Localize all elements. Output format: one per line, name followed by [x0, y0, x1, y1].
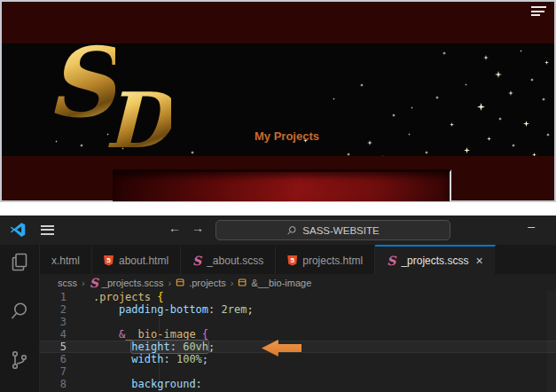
breadcrumb-item[interactable]: S_projects.scss: [90, 277, 164, 289]
breadcrumb-separator: ›: [82, 278, 85, 288]
token: ;: [247, 303, 253, 316]
star: [523, 121, 529, 127]
line-number[interactable]: 8: [40, 378, 67, 390]
token: 2rem: [222, 303, 247, 316]
minimize-button[interactable]: –: [528, 219, 535, 233]
token: width: [131, 353, 163, 365]
tab-label: _projects.scss: [401, 255, 468, 267]
star: [392, 114, 395, 117]
code-text: [67, 316, 93, 328]
code-text: padding-bottom: 2rem;: [67, 303, 254, 316]
highlighted-code: height: 60vh: [131, 341, 208, 353]
star: [450, 122, 454, 127]
star: [333, 98, 335, 100]
line-number[interactable]: 1: [40, 291, 67, 303]
line-number[interactable]: 2: [40, 303, 67, 316]
line-number[interactable]: 4: [40, 328, 67, 341]
editor-scrollbar[interactable]: [547, 291, 556, 392]
tab-x.html[interactable]: x.html: [40, 245, 92, 274]
star: [55, 140, 58, 143]
token: :: [208, 303, 221, 316]
sass-file-icon: S: [90, 277, 98, 289]
tab-label: _about.scss: [207, 255, 263, 267]
token: :: [196, 378, 202, 390]
token: background: [131, 378, 195, 390]
star: [520, 50, 522, 52]
token: .projects: [93, 291, 157, 303]
code-text: &__bio-image {: [67, 328, 208, 341]
site-header: [2, 2, 554, 43]
tab-_about.scss[interactable]: S_about.scss: [181, 245, 276, 274]
sass-file-icon: S: [387, 255, 395, 267]
star: [483, 55, 489, 60]
site-logo-letter-d[interactable]: D: [105, 82, 171, 156]
star: [425, 151, 428, 154]
breadcrumb: scss›S_projects.scss›.projects›&__bio-im…: [40, 274, 556, 291]
star: [360, 83, 364, 87]
token: height: [131, 341, 169, 353]
back-arrow-button[interactable]: ←: [168, 221, 181, 235]
star: [465, 83, 467, 86]
hamburger-menu-icon[interactable]: [531, 6, 546, 19]
vscode-window: ← → SASS-WEBSITE – x.html5about.htmlS_ab…: [0, 216, 556, 392]
tab-bar: x.html5about.htmlS_about.scss5projects.h…: [40, 245, 556, 274]
vscode-logo-icon: [10, 222, 26, 241]
close-tab-icon[interactable]: ×: [475, 254, 482, 268]
code-editor[interactable]: 1.projects {2 padding-bottom: 2rem;34 &_…: [40, 291, 556, 392]
sass-file-icon: S: [192, 255, 201, 267]
tab-label: projects.html: [302, 255, 363, 267]
line-number[interactable]: 6: [40, 353, 67, 365]
code-line: 3: [40, 316, 556, 328]
site-hero: S D My Projects: [2, 43, 554, 156]
star: [544, 60, 549, 65]
star: [464, 147, 470, 153]
source-control-icon[interactable]: [9, 349, 30, 374]
code-line: 4 &__bio-image {: [40, 328, 556, 341]
line-number[interactable]: 5: [40, 341, 67, 353]
breadcrumb-item[interactable]: &__bio-image: [238, 278, 311, 288]
bio-image-panel: [113, 169, 451, 201]
tab-projects.html[interactable]: 5projects.html: [276, 245, 375, 274]
vscode-titlebar: ← → SASS-WEBSITE –: [0, 216, 556, 245]
search-icon[interactable]: [9, 301, 30, 325]
tab-about.html[interactable]: 5about.html: [92, 245, 181, 274]
star: [530, 78, 534, 82]
token: padding-bottom: [119, 303, 208, 316]
star: [498, 117, 502, 121]
tab-_projects.scss[interactable]: S_projects.scss×: [375, 245, 495, 274]
star: [487, 137, 491, 141]
line-number[interactable]: 3: [40, 316, 67, 328]
token: :: [163, 353, 176, 365]
line-number[interactable]: 7: [40, 365, 67, 378]
menu-icon[interactable]: [41, 225, 54, 237]
command-center-search[interactable]: SASS-WEBSITE: [215, 220, 450, 240]
star: [191, 151, 194, 154]
breadcrumb-label: scss: [58, 278, 77, 288]
star: [546, 133, 550, 137]
star: [80, 144, 83, 147]
star: [477, 103, 485, 111]
tab-label: about.html: [119, 255, 168, 267]
html-file-icon: 5: [287, 255, 297, 266]
nav-link-my-projects[interactable]: My Projects: [255, 129, 319, 143]
forward-arrow-button[interactable]: →: [192, 221, 204, 235]
breadcrumb-item[interactable]: .projects: [176, 278, 226, 288]
star: [508, 90, 513, 96]
breadcrumb-item[interactable]: scss: [58, 278, 77, 288]
code-line: 1.projects {: [40, 291, 556, 303]
breadcrumb-label: &__bio-image: [251, 278, 311, 288]
code-text: [67, 365, 93, 378]
code-line: 8 background:: [40, 378, 556, 390]
explorer-icon[interactable]: [9, 252, 30, 277]
code-line: 2 padding-bottom: 2rem;: [40, 303, 556, 316]
star: [442, 51, 446, 55]
html-file-icon: 5: [104, 255, 114, 266]
token: 100%: [176, 353, 202, 365]
tab-label: x.html: [51, 255, 80, 267]
star: [435, 96, 439, 99]
token: {: [202, 328, 208, 341]
token: ;: [202, 353, 208, 365]
code-line: 7: [40, 365, 556, 378]
token: __bio-image: [125, 328, 202, 341]
activity-bar: [0, 245, 40, 392]
